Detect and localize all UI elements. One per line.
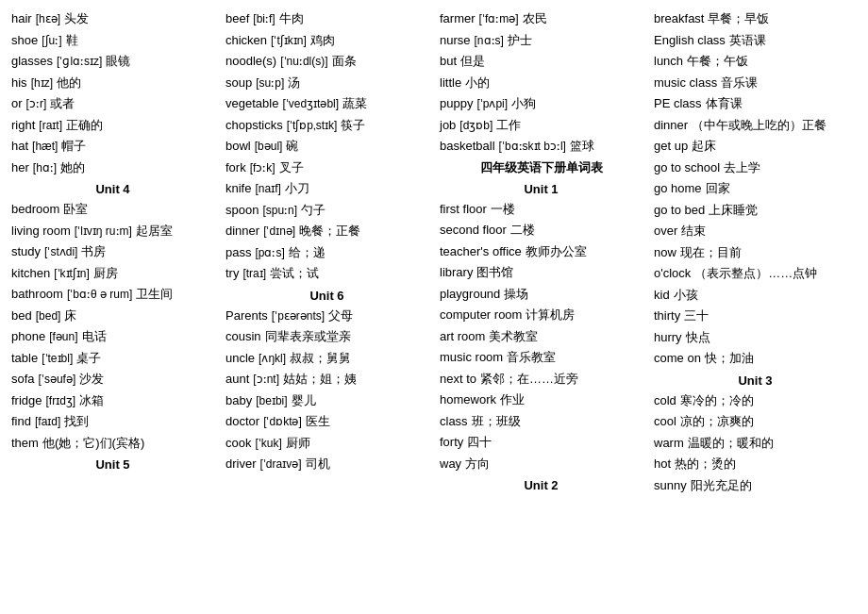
chinese-meaning: 尝试；试 (270, 266, 319, 280)
list-item: go to bed上床睡觉 (654, 201, 857, 220)
chinese-meaning: 上床睡觉 (709, 203, 758, 217)
chinese-meaning: 勺子 (301, 203, 326, 217)
list-item: phone[fəun]电话 (11, 327, 214, 346)
chinese-meaning: 同辈表亲或堂亲 (265, 329, 351, 343)
english-word: computer room (440, 307, 522, 322)
chinese-meaning: 碗 (286, 139, 298, 153)
english-word: uncle (225, 351, 255, 365)
phonetic: [bəul] (255, 140, 283, 153)
english-word: kitchen (11, 266, 50, 280)
english-word: table (11, 351, 38, 365)
list-item: PE class体育课 (654, 94, 857, 113)
section-title: Unit 2 (440, 478, 643, 492)
chinese-meaning: 面条 (332, 54, 357, 68)
english-word: chopsticks (225, 118, 283, 132)
list-item: hat[hæt]帽子 (11, 137, 214, 156)
phonetic: [ˈtʃɒp‚stɪk] (287, 119, 338, 132)
english-word: vegetable (225, 96, 278, 110)
phonetic: [suːp] (256, 76, 284, 90)
english-word: doctor (225, 414, 259, 428)
chinese-meaning: 司机 (306, 456, 330, 471)
english-word: go to school (654, 160, 720, 174)
list-item: go to school去上学 (654, 158, 857, 177)
list-item: next to紧邻；在……近旁 (440, 370, 643, 389)
phonetic: [hɪz] (31, 76, 53, 90)
list-item: playground操场 (440, 285, 643, 304)
english-word: hat (11, 139, 28, 153)
list-item: fridge[frɪdʒ]冰箱 (11, 391, 214, 410)
chinese-meaning: 图书馆 (476, 265, 513, 279)
english-word: dinner (225, 224, 259, 238)
phonetic: [ˈdɒktə] (263, 415, 302, 428)
list-item: music room音乐教室 (440, 348, 643, 367)
chinese-meaning: （表示整点）……点钟 (694, 266, 817, 280)
english-word: bathroom (11, 287, 63, 301)
list-item: or[ɔːr]或者 (11, 94, 214, 113)
english-word: chicken (225, 33, 267, 47)
list-item: pass[pɑːs]给；递 (225, 243, 428, 262)
english-word: sofa (11, 372, 35, 386)
english-word: pass (225, 245, 251, 259)
phonetic: [fɔːk] (250, 161, 275, 174)
chinese-meaning: 头发 (64, 11, 89, 25)
english-word: noodle(s) (225, 54, 276, 68)
phonetic: [ɔːnt] (253, 373, 279, 386)
phonetic: [dʒɒb] (459, 119, 492, 132)
list-item: chopsticks[ˈtʃɒp‚stɪk]筷子 (225, 116, 428, 135)
list-item: cool凉的；凉爽的 (654, 412, 857, 431)
chinese-meaning: 一楼 (491, 202, 515, 216)
chinese-meaning: 三十 (684, 308, 709, 323)
list-item: music class音乐课 (654, 74, 857, 92)
english-word: cook (225, 436, 251, 450)
english-word: come on (654, 351, 701, 365)
chinese-meaning: 阳光充足的 (691, 478, 752, 492)
list-item: uncle[ʌŋkl]叔叔；舅舅 (225, 349, 428, 368)
english-word: or (11, 96, 23, 110)
list-item: now现在；目前 (654, 243, 857, 262)
list-item: knife[naɪf]小刀 (225, 179, 428, 198)
chinese-meaning: 桌子 (76, 351, 101, 365)
english-word: thirty (654, 308, 680, 323)
chinese-meaning: 眼镜 (106, 54, 130, 68)
list-item: basketball[ˈbɑːskɪt bɔːl]篮球 (440, 137, 643, 156)
chinese-meaning: 厨房 (93, 266, 118, 280)
chinese-meaning: 父母 (328, 308, 353, 323)
list-item: but但是 (440, 52, 643, 71)
chinese-meaning: 筷子 (341, 118, 365, 132)
list-item: nurse[nɑːs]护士 (440, 31, 643, 50)
chinese-meaning: 英语课 (729, 33, 766, 47)
chinese-meaning: 去上学 (724, 160, 760, 174)
english-word: second floor (440, 223, 507, 237)
phonetic: [naɪf] (255, 182, 280, 195)
list-item: English class英语课 (654, 31, 857, 50)
english-word: fork (225, 160, 246, 174)
phonetic: [ʃuː] (42, 34, 61, 47)
list-item: way方向 (440, 455, 643, 473)
chinese-meaning: 小孩 (674, 288, 698, 302)
chinese-meaning: 书房 (81, 244, 106, 258)
chinese-meaning: 二楼 (510, 223, 535, 237)
english-word: breakfast (654, 11, 704, 25)
list-item: cousin同辈表亲或堂亲 (225, 327, 428, 346)
english-word: way (440, 456, 461, 471)
english-word: bedroom (11, 202, 59, 216)
list-item: computer room计算机房 (440, 306, 643, 324)
phonetic: [ˈsəufə] (39, 373, 76, 386)
chinese-meaning: 美术教室 (489, 329, 538, 343)
list-item: bathroom[ˈbɑːθ ə rum]卫生间 (11, 285, 214, 304)
english-word: get up (654, 139, 688, 153)
english-word: go home (654, 181, 702, 195)
list-item: sofa[ˈsəufə]沙发 (11, 370, 214, 389)
phonetic: [ˈdɪnə] (263, 224, 295, 238)
list-item: shoe[ʃuː]鞋 (11, 31, 214, 50)
chinese-meaning: 厨师 (286, 436, 310, 450)
phonetic: [ˈfɑːmə] (479, 12, 519, 25)
list-item: glasses[ˈɡlɑːsɪz]眼镜 (11, 52, 214, 71)
list-item: homework作业 (440, 390, 643, 409)
chinese-meaning: 结束 (681, 224, 706, 238)
chinese-meaning: 电话 (82, 329, 107, 343)
chinese-meaning: 护士 (508, 33, 532, 47)
english-word: beef (225, 11, 249, 25)
english-word: puppy (440, 96, 473, 110)
chinese-meaning: 卧室 (63, 202, 88, 216)
